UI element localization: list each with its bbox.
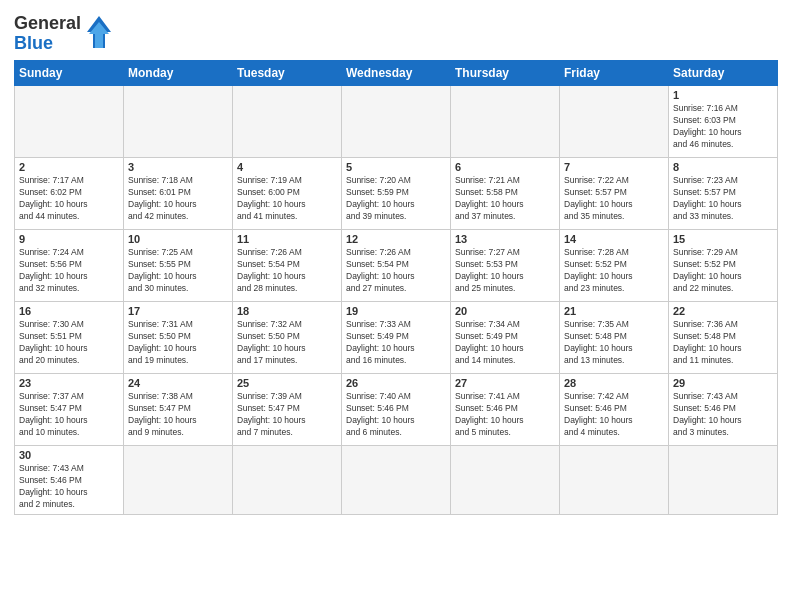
day-info: Sunrise: 7:41 AM Sunset: 5:46 PM Dayligh… [455, 391, 555, 439]
calendar-cell: 6Sunrise: 7:21 AM Sunset: 5:58 PM Daylig… [451, 158, 560, 230]
day-number: 5 [346, 161, 446, 173]
day-number: 4 [237, 161, 337, 173]
weekday-header-thursday: Thursday [451, 61, 560, 86]
day-info: Sunrise: 7:17 AM Sunset: 6:02 PM Dayligh… [19, 175, 119, 223]
weekday-header-wednesday: Wednesday [342, 61, 451, 86]
day-number: 6 [455, 161, 555, 173]
calendar-cell [451, 446, 560, 515]
day-number: 23 [19, 377, 119, 389]
weekday-header-tuesday: Tuesday [233, 61, 342, 86]
day-info: Sunrise: 7:18 AM Sunset: 6:01 PM Dayligh… [128, 175, 228, 223]
day-number: 7 [564, 161, 664, 173]
calendar-cell: 24Sunrise: 7:38 AM Sunset: 5:47 PM Dayli… [124, 374, 233, 446]
day-number: 2 [19, 161, 119, 173]
day-number: 20 [455, 305, 555, 317]
day-number: 11 [237, 233, 337, 245]
calendar-cell: 1Sunrise: 7:16 AM Sunset: 6:03 PM Daylig… [669, 86, 778, 158]
day-info: Sunrise: 7:31 AM Sunset: 5:50 PM Dayligh… [128, 319, 228, 367]
calendar-cell [451, 86, 560, 158]
calendar-cell [560, 446, 669, 515]
calendar-cell [233, 446, 342, 515]
logo-blue: Blue [14, 34, 81, 54]
weekday-header-sunday: Sunday [15, 61, 124, 86]
day-info: Sunrise: 7:28 AM Sunset: 5:52 PM Dayligh… [564, 247, 664, 295]
day-info: Sunrise: 7:24 AM Sunset: 5:56 PM Dayligh… [19, 247, 119, 295]
calendar-cell [342, 446, 451, 515]
calendar-cell: 12Sunrise: 7:26 AM Sunset: 5:54 PM Dayli… [342, 230, 451, 302]
week-row-1: 1Sunrise: 7:16 AM Sunset: 6:03 PM Daylig… [15, 86, 778, 158]
day-info: Sunrise: 7:36 AM Sunset: 5:48 PM Dayligh… [673, 319, 773, 367]
day-number: 21 [564, 305, 664, 317]
weekday-header-friday: Friday [560, 61, 669, 86]
calendar-cell: 4Sunrise: 7:19 AM Sunset: 6:00 PM Daylig… [233, 158, 342, 230]
week-row-3: 9Sunrise: 7:24 AM Sunset: 5:56 PM Daylig… [15, 230, 778, 302]
calendar-cell: 25Sunrise: 7:39 AM Sunset: 5:47 PM Dayli… [233, 374, 342, 446]
day-info: Sunrise: 7:35 AM Sunset: 5:48 PM Dayligh… [564, 319, 664, 367]
day-info: Sunrise: 7:26 AM Sunset: 5:54 PM Dayligh… [346, 247, 446, 295]
day-info: Sunrise: 7:37 AM Sunset: 5:47 PM Dayligh… [19, 391, 119, 439]
day-number: 18 [237, 305, 337, 317]
calendar-cell: 22Sunrise: 7:36 AM Sunset: 5:48 PM Dayli… [669, 302, 778, 374]
calendar-cell: 28Sunrise: 7:42 AM Sunset: 5:46 PM Dayli… [560, 374, 669, 446]
calendar-cell: 16Sunrise: 7:30 AM Sunset: 5:51 PM Dayli… [15, 302, 124, 374]
weekday-header-row: SundayMondayTuesdayWednesdayThursdayFrid… [15, 61, 778, 86]
day-number: 3 [128, 161, 228, 173]
day-number: 25 [237, 377, 337, 389]
calendar-cell: 26Sunrise: 7:40 AM Sunset: 5:46 PM Dayli… [342, 374, 451, 446]
day-info: Sunrise: 7:16 AM Sunset: 6:03 PM Dayligh… [673, 103, 773, 151]
day-info: Sunrise: 7:32 AM Sunset: 5:50 PM Dayligh… [237, 319, 337, 367]
day-number: 24 [128, 377, 228, 389]
day-number: 14 [564, 233, 664, 245]
day-number: 30 [19, 449, 119, 461]
day-info: Sunrise: 7:22 AM Sunset: 5:57 PM Dayligh… [564, 175, 664, 223]
calendar: SundayMondayTuesdayWednesdayThursdayFrid… [14, 60, 778, 515]
day-number: 1 [673, 89, 773, 101]
week-row-4: 16Sunrise: 7:30 AM Sunset: 5:51 PM Dayli… [15, 302, 778, 374]
calendar-cell: 23Sunrise: 7:37 AM Sunset: 5:47 PM Dayli… [15, 374, 124, 446]
day-info: Sunrise: 7:25 AM Sunset: 5:55 PM Dayligh… [128, 247, 228, 295]
day-info: Sunrise: 7:30 AM Sunset: 5:51 PM Dayligh… [19, 319, 119, 367]
logo-general: General [14, 13, 81, 33]
calendar-cell: 13Sunrise: 7:27 AM Sunset: 5:53 PM Dayli… [451, 230, 560, 302]
calendar-cell: 14Sunrise: 7:28 AM Sunset: 5:52 PM Dayli… [560, 230, 669, 302]
week-row-6: 30Sunrise: 7:43 AM Sunset: 5:46 PM Dayli… [15, 446, 778, 515]
weekday-header-monday: Monday [124, 61, 233, 86]
day-number: 16 [19, 305, 119, 317]
calendar-cell [342, 86, 451, 158]
calendar-cell: 11Sunrise: 7:26 AM Sunset: 5:54 PM Dayli… [233, 230, 342, 302]
day-info: Sunrise: 7:29 AM Sunset: 5:52 PM Dayligh… [673, 247, 773, 295]
day-info: Sunrise: 7:33 AM Sunset: 5:49 PM Dayligh… [346, 319, 446, 367]
day-number: 15 [673, 233, 773, 245]
logo-icon [83, 14, 115, 54]
logo: General Blue [14, 14, 115, 54]
day-info: Sunrise: 7:39 AM Sunset: 5:47 PM Dayligh… [237, 391, 337, 439]
day-info: Sunrise: 7:43 AM Sunset: 5:46 PM Dayligh… [19, 463, 119, 511]
calendar-cell [15, 86, 124, 158]
calendar-cell: 18Sunrise: 7:32 AM Sunset: 5:50 PM Dayli… [233, 302, 342, 374]
day-info: Sunrise: 7:38 AM Sunset: 5:47 PM Dayligh… [128, 391, 228, 439]
calendar-cell: 30Sunrise: 7:43 AM Sunset: 5:46 PM Dayli… [15, 446, 124, 515]
day-number: 27 [455, 377, 555, 389]
day-info: Sunrise: 7:23 AM Sunset: 5:57 PM Dayligh… [673, 175, 773, 223]
weekday-header-saturday: Saturday [669, 61, 778, 86]
day-number: 8 [673, 161, 773, 173]
day-info: Sunrise: 7:34 AM Sunset: 5:49 PM Dayligh… [455, 319, 555, 367]
calendar-cell [233, 86, 342, 158]
calendar-cell: 17Sunrise: 7:31 AM Sunset: 5:50 PM Dayli… [124, 302, 233, 374]
day-number: 28 [564, 377, 664, 389]
week-row-5: 23Sunrise: 7:37 AM Sunset: 5:47 PM Dayli… [15, 374, 778, 446]
calendar-cell: 29Sunrise: 7:43 AM Sunset: 5:46 PM Dayli… [669, 374, 778, 446]
day-number: 17 [128, 305, 228, 317]
day-info: Sunrise: 7:42 AM Sunset: 5:46 PM Dayligh… [564, 391, 664, 439]
day-number: 19 [346, 305, 446, 317]
day-info: Sunrise: 7:20 AM Sunset: 5:59 PM Dayligh… [346, 175, 446, 223]
calendar-cell [669, 446, 778, 515]
day-number: 26 [346, 377, 446, 389]
day-info: Sunrise: 7:40 AM Sunset: 5:46 PM Dayligh… [346, 391, 446, 439]
day-info: Sunrise: 7:19 AM Sunset: 6:00 PM Dayligh… [237, 175, 337, 223]
day-info: Sunrise: 7:21 AM Sunset: 5:58 PM Dayligh… [455, 175, 555, 223]
day-info: Sunrise: 7:26 AM Sunset: 5:54 PM Dayligh… [237, 247, 337, 295]
calendar-cell: 10Sunrise: 7:25 AM Sunset: 5:55 PM Dayli… [124, 230, 233, 302]
day-number: 12 [346, 233, 446, 245]
calendar-cell: 3Sunrise: 7:18 AM Sunset: 6:01 PM Daylig… [124, 158, 233, 230]
